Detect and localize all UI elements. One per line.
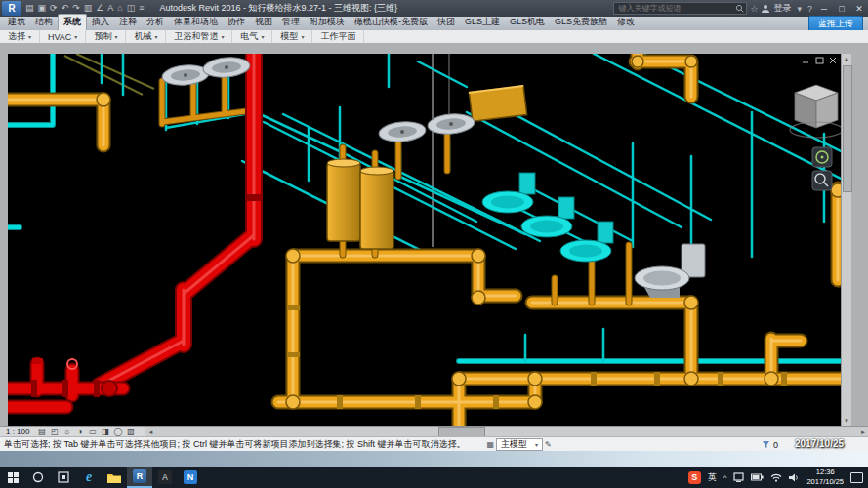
- tab-massing-site[interactable]: 体量和场地: [169, 15, 223, 30]
- account-person-icon[interactable]: [761, 4, 770, 14]
- volume-icon[interactable]: [789, 473, 800, 482]
- panel-plumbing[interactable]: 卫浴和管道▾: [166, 30, 232, 43]
- date-watermark: 2017/10/25: [795, 438, 844, 449]
- minimize-button[interactable]: ─: [815, 4, 833, 14]
- main-model-select[interactable]: 主模型 ▾: [496, 438, 543, 451]
- help-search-box[interactable]: [613, 2, 747, 15]
- tab-systems[interactable]: 系统: [58, 14, 87, 30]
- tab-kuaituan[interactable]: 快团: [433, 15, 460, 30]
- dropdown-caret-icon: ▾: [154, 33, 157, 40]
- panel-mechanical[interactable]: 机械▾: [126, 30, 166, 43]
- revit-app-menu-button[interactable]: R: [2, 1, 21, 16]
- dropdown-caret-icon: ▾: [74, 33, 77, 40]
- tab-gls-mep[interactable]: GLS机电: [505, 15, 550, 30]
- help-icon[interactable]: ?: [805, 4, 815, 14]
- selection-filter-group[interactable]: 0: [762, 440, 778, 450]
- search-button[interactable]: [25, 467, 51, 488]
- panel-model[interactable]: 模型▾: [272, 30, 312, 43]
- sogou-ime-icon[interactable]: S: [688, 471, 701, 484]
- vertical-scroll-thumb[interactable]: [843, 65, 852, 192]
- shadows-icon[interactable]: ◑: [73, 427, 86, 436]
- detail-level-icon[interactable]: ▤: [35, 427, 48, 436]
- reveal-hidden-icon[interactable]: ▧: [124, 427, 137, 436]
- canvas-area: ▲ ▼: [0, 43, 868, 426]
- folder-icon: [107, 472, 121, 483]
- status-bar: 单击可选择; 按 Tab 键并单击可选择其他项目; 按 Ctrl 键并单击可将新…: [0, 436, 868, 452]
- search-input[interactable]: [616, 3, 735, 14]
- temporary-hide-icon[interactable]: ◯: [111, 427, 124, 436]
- favorites-star-icon[interactable]: ☆: [747, 4, 761, 14]
- clock-date: 2017/10/25: [806, 477, 844, 487]
- scroll-down-arrow-icon[interactable]: ▼: [842, 416, 851, 426]
- taskbar-clock[interactable]: 12:36 2017/10/25: [806, 468, 844, 487]
- tab-modify[interactable]: 修改: [612, 15, 640, 30]
- task-view-button[interactable]: [51, 467, 76, 488]
- edge-taskbar-icon[interactable]: e: [76, 467, 102, 488]
- upload-button[interactable]: 蓝推上传: [808, 16, 863, 32]
- tab-manage[interactable]: 管理: [277, 15, 305, 30]
- sign-in-button[interactable]: 登录: [770, 2, 794, 15]
- ribbon-tab-bar: 建筑 结构 系统 插入 注释 分析 体量和场地 协作 视图 管理 附加模块 橄榄…: [0, 17, 868, 30]
- action-center-icon[interactable]: [850, 472, 863, 483]
- revit-taskbar-icon-active[interactable]: R: [127, 467, 152, 488]
- ime-language-indicator[interactable]: 英: [708, 471, 717, 484]
- app2-icon: A: [158, 470, 172, 484]
- show-crop-region-icon[interactable]: ◨: [99, 427, 111, 436]
- file-explorer-taskbar-icon[interactable]: [102, 467, 127, 488]
- panel-fabrication[interactable]: 预制▾: [86, 30, 126, 43]
- pipe-end-cap: [102, 381, 117, 396]
- taskbar-app3-icon[interactable]: N: [178, 467, 203, 488]
- battery-icon[interactable]: [751, 473, 764, 481]
- status-hint-text: 单击可选择; 按 Tab 键并单击可选择其他项目; 按 Ctrl 键并单击可将新…: [4, 438, 466, 451]
- scale-button[interactable]: 1 : 100: [0, 427, 35, 436]
- visual-style-icon[interactable]: ◰: [48, 427, 61, 436]
- tab-analyze[interactable]: 分析: [142, 15, 169, 30]
- dropdown-caret-icon: ▾: [114, 33, 117, 40]
- tab-annotate[interactable]: 注释: [114, 15, 142, 30]
- ribbon-panel-strip: 选择▾ HVAC▾ 预制▾ 机械▾ 卫浴和管道▾ 电气▾ 模型▾ 工作平面: [0, 30, 868, 44]
- vertical-scrollbar[interactable]: ▲ ▼: [841, 54, 851, 426]
- app3-icon: N: [184, 470, 197, 484]
- tab-architecture[interactable]: 建筑: [3, 15, 30, 30]
- dropdown-caret-icon: ▾: [535, 441, 538, 448]
- panel-select[interactable]: 选择▾: [0, 30, 40, 43]
- close-button[interactable]: ✕: [850, 4, 868, 14]
- selection-count: 0: [773, 440, 778, 450]
- scroll-up-arrow-icon[interactable]: ▲: [842, 54, 851, 63]
- tab-glsmodel[interactable]: 橄榄山快模-免费版: [350, 15, 433, 30]
- tab-insert[interactable]: 插入: [87, 15, 114, 30]
- tab-addins[interactable]: 附加模块: [305, 15, 350, 30]
- task-view-icon: [58, 471, 69, 483]
- filter-funnel-icon[interactable]: [762, 440, 770, 449]
- search-icon: [735, 4, 744, 13]
- tab-gls-family[interactable]: GLS免费族酷: [550, 15, 612, 30]
- panel-work-plane[interactable]: 工作平面: [312, 30, 364, 43]
- taskbar-app2-icon[interactable]: A: [152, 467, 178, 488]
- maximize-button[interactable]: □: [833, 4, 850, 14]
- sign-in-caret-icon[interactable]: ▾: [794, 4, 805, 14]
- revit-app-icon: R: [133, 469, 146, 483]
- panel-electrical[interactable]: 电气▾: [232, 30, 272, 43]
- windows-logo-icon: [8, 472, 19, 483]
- tab-structure[interactable]: 结构: [30, 15, 58, 30]
- pipe-cap: [32, 358, 43, 364]
- panel-hvac[interactable]: HVAC▾: [40, 30, 86, 43]
- tray-expand-caret-icon[interactable]: ^: [723, 473, 727, 482]
- dropdown-caret-icon: ▾: [221, 33, 224, 40]
- taskbar: e R A N S 英 ^ 12:36 2017/10/25: [0, 467, 868, 488]
- start-button[interactable]: [0, 467, 25, 488]
- clock-time: 12:36: [806, 468, 844, 477]
- tab-view[interactable]: 视图: [250, 15, 277, 30]
- crop-view-icon[interactable]: ▭: [86, 427, 99, 436]
- tab-gls-civil[interactable]: GLS土建: [460, 15, 505, 30]
- edge-e-icon: e: [86, 469, 92, 485]
- tab-collaborate[interactable]: 协作: [223, 15, 250, 30]
- sun-path-icon[interactable]: ☼: [61, 427, 73, 436]
- system-tray: S 英 ^ 12:36 2017/10/25: [688, 468, 868, 487]
- worksets-icon[interactable]: ▦: [487, 440, 495, 449]
- dropdown-caret-icon: ▾: [301, 33, 304, 40]
- model-3d-view[interactable]: [8, 54, 841, 426]
- wifi-icon[interactable]: [770, 473, 782, 482]
- editable-only-icon[interactable]: ✎: [545, 440, 552, 449]
- pc-status-icon[interactable]: [733, 472, 744, 482]
